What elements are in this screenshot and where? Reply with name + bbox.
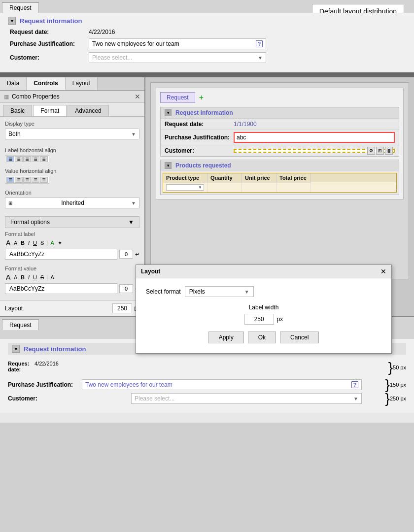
top-request-tab[interactable]: Request bbox=[2, 2, 39, 13]
font-label-size-input[interactable] bbox=[119, 250, 133, 259]
bottom-select-2[interactable]: Please select... ▼ bbox=[131, 393, 362, 404]
combo-copy-btn[interactable]: ⊞ bbox=[376, 147, 384, 155]
font-val-color-a[interactable]: A bbox=[49, 274, 55, 280]
dialog-width-label: Label width bbox=[146, 304, 381, 311]
top-field-input-1[interactable]: Two new employees for our team ? bbox=[89, 38, 266, 49]
font-label-preview: AaBbCcYyZz bbox=[5, 249, 117, 260]
bottom-select-text-2: Please select... bbox=[135, 395, 174, 402]
bottom-field-label-2: Customer: bbox=[8, 395, 131, 402]
dialog-format-select[interactable]: Pixels ▼ bbox=[185, 286, 254, 297]
orientation-label: Orientation bbox=[5, 190, 139, 196]
canvas-add-btn[interactable]: + bbox=[199, 93, 204, 102]
canvas-field-value-0: 1/1/1900 bbox=[234, 121, 257, 128]
bottom-info-icon-1[interactable]: ? bbox=[351, 381, 358, 388]
top-request-info: ▾ Request information Request date: 4/22… bbox=[0, 13, 414, 72]
dialog-buttons: Apply Ok Cancel bbox=[146, 332, 381, 345]
product-type-arrow: ▼ bbox=[198, 185, 202, 190]
font-val-small-a[interactable]: A bbox=[13, 275, 18, 280]
dialog-format-label: Select format bbox=[146, 288, 181, 295]
product-cell-unit[interactable] bbox=[242, 182, 276, 192]
right-panel: Request + ▾ Request information Request … bbox=[145, 77, 414, 316]
canvas-field-input-1[interactable] bbox=[234, 132, 395, 143]
info-icon-1[interactable]: ? bbox=[256, 40, 263, 47]
val-align-center-btn[interactable]: ≡ bbox=[15, 177, 23, 183]
sub-tab-format[interactable]: Format bbox=[33, 105, 67, 116]
font-val-strike[interactable]: S bbox=[39, 274, 45, 280]
product-cell-qty[interactable] bbox=[207, 182, 242, 192]
bottom-field-0: Reques: date: 4/22/2016 } 50 px bbox=[8, 359, 406, 376]
combo-delete-btn[interactable]: 🗑 bbox=[385, 147, 393, 155]
align-left-btn[interactable]: ≡ bbox=[6, 156, 14, 162]
canvas-combo-field[interactable]: ⚙ ⊞ 🗑 bbox=[234, 149, 395, 153]
bottom-collapse-btn[interactable]: ▾ bbox=[12, 345, 20, 353]
font-label-star[interactable]: ✦ bbox=[57, 240, 63, 246]
font-label-color-a[interactable]: A bbox=[49, 240, 55, 246]
val-align-right-btn[interactable]: ≡ bbox=[23, 177, 31, 183]
font-label-big-a[interactable]: A bbox=[5, 239, 11, 247]
display-type-select[interactable]: Both ▼ bbox=[5, 129, 139, 139]
label-align-group: ≡ ≡ ≡ ≡ ≡ bbox=[5, 155, 49, 163]
font-label-italic[interactable]: I bbox=[27, 240, 31, 246]
collapse-btn-top[interactable]: ▾ bbox=[8, 17, 16, 25]
val-align-justify-btn[interactable]: ≡ bbox=[32, 177, 39, 183]
bottom-tab-bar: Request bbox=[0, 317, 39, 330]
bottom-request-tab[interactable]: Request bbox=[2, 319, 39, 330]
canvas-field-label-1: Purchase Justification: bbox=[165, 134, 234, 141]
dialog-cancel-btn[interactable]: Cancel bbox=[280, 332, 319, 343]
top-field-select-2[interactable]: Please select... ▼ bbox=[89, 52, 266, 63]
brace-0: } 50 px bbox=[388, 361, 406, 374]
dialog-ok-btn[interactable]: Ok bbox=[248, 332, 276, 343]
combo-props-header: ▦ Combo Properties ✕ bbox=[0, 91, 144, 103]
layout-value-input[interactable] bbox=[112, 303, 132, 313]
col-product-type: Product type bbox=[163, 173, 207, 182]
sub-tab-basic[interactable]: Basic bbox=[3, 105, 32, 116]
dialog-width-input[interactable] bbox=[244, 314, 274, 325]
val-align-left-btn[interactable]: ≡ bbox=[6, 177, 14, 183]
panel-tab-controls[interactable]: Controls bbox=[27, 77, 65, 90]
canvas-request-tab[interactable]: Request bbox=[160, 92, 195, 103]
font-label-bold[interactable]: B bbox=[20, 240, 26, 246]
sub-tab-advanced[interactable]: Advanced bbox=[68, 105, 108, 116]
format-options-bar[interactable]: Format options ▼ bbox=[5, 216, 139, 228]
canvas-products-collapse[interactable]: ▾ bbox=[165, 162, 172, 169]
panel-tab-layout[interactable]: Layout bbox=[66, 77, 98, 90]
display-type-label: Display type bbox=[5, 121, 139, 127]
orientation-select[interactable]: ⊞ Inherited ▼ bbox=[5, 198, 139, 208]
font-label-strike[interactable]: S bbox=[39, 240, 45, 246]
brace-sym-2: } bbox=[385, 392, 390, 405]
format-label-section: Format label A A B I U S | A ✦ AaBbCcYyZ… bbox=[0, 231, 144, 266]
font-val-italic[interactable]: I bbox=[27, 274, 31, 280]
close-btn[interactable]: ✕ bbox=[135, 93, 140, 100]
align-fill-btn[interactable]: ≡ bbox=[40, 156, 48, 162]
align-center-btn[interactable]: ≡ bbox=[15, 156, 23, 162]
top-field-label-0: Request date: bbox=[10, 29, 89, 35]
top-field-row-0: Request date: 4/22/2016 bbox=[8, 29, 406, 35]
font-val-underline[interactable]: U bbox=[32, 274, 38, 280]
align-right-btn[interactable]: ≡ bbox=[23, 156, 31, 162]
dialog-apply-btn[interactable]: Apply bbox=[208, 332, 244, 343]
font-val-bold[interactable]: B bbox=[20, 274, 26, 280]
dialog-width-row: px bbox=[146, 314, 381, 325]
top-select-placeholder-2: Please select... bbox=[92, 54, 132, 61]
product-type-input[interactable]: ▼ bbox=[166, 184, 204, 191]
font-label-small-a[interactable]: A bbox=[13, 240, 18, 246]
product-cell-total[interactable] bbox=[276, 182, 311, 192]
bottom-field-value-0: 4/22/2016 bbox=[34, 361, 59, 366]
dialog-format-row: Select format Pixels ▼ bbox=[146, 286, 381, 297]
font-label-indent[interactable]: ↵ bbox=[135, 251, 139, 258]
font-val-big-a[interactable]: A bbox=[5, 273, 11, 281]
font-label-underline[interactable]: U bbox=[32, 240, 38, 246]
align-justify-btn[interactable]: ≡ bbox=[32, 156, 39, 162]
dialog-close-btn[interactable]: ✕ bbox=[380, 267, 386, 275]
dropdown-arrow-2: ▼ bbox=[258, 55, 263, 61]
col-unit-price: Unit price bbox=[242, 173, 276, 182]
val-align-fill-btn[interactable]: ≡ bbox=[40, 177, 48, 183]
font-val-size-input[interactable] bbox=[119, 284, 133, 293]
bottom-input-1[interactable]: Two new employees for our team ? bbox=[82, 379, 362, 390]
format-options-arrow: ▼ bbox=[128, 219, 134, 226]
panel-tab-data[interactable]: Data bbox=[0, 77, 27, 90]
dialog-header: Layout ✕ bbox=[136, 265, 391, 278]
combo-gear-btn[interactable]: ⚙ bbox=[367, 147, 375, 155]
product-cell-type: ▼ bbox=[163, 182, 207, 192]
canvas-collapse-btn[interactable]: ▾ bbox=[165, 109, 172, 116]
